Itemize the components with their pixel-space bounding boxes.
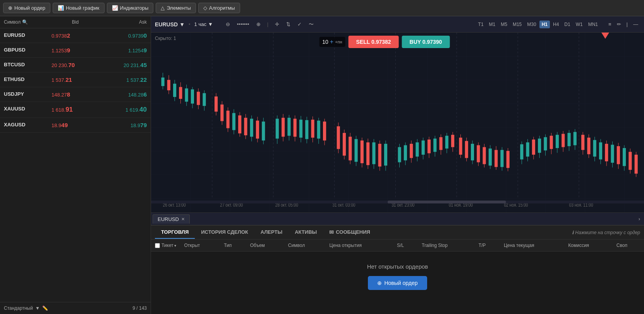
bid-price: 1 618.91 [52, 106, 99, 114]
algorithms-label: Алгоритмы [209, 5, 235, 11]
dots-button[interactable]: ••••••• [235, 21, 251, 28]
tf-w1[interactable]: W1 [574, 21, 585, 28]
buy-button[interactable]: BUY 0.97390 [402, 36, 450, 48]
symbol-name: XAGUSD [4, 122, 52, 128]
zoom-out-button[interactable]: ⊖ [224, 21, 232, 28]
symbol-name: EURUSD [4, 32, 52, 39]
chart-symbol-selector[interactable]: EURUSD ▼ [155, 21, 185, 28]
crosshair-button[interactable]: ✛ [273, 21, 281, 28]
close-tab-icon[interactable]: ✕ [181, 217, 185, 222]
symbol-count: 9 / 143 [132, 305, 147, 311]
algorithms-icon: ◇ [203, 5, 207, 11]
list-item[interactable]: XAGUSD 18.949 18.979 [0, 118, 151, 133]
chart-type-button[interactable]: 〜 [307, 20, 316, 29]
tf-h1[interactable]: H1 [539, 21, 550, 28]
tf-t1[interactable]: T1 [476, 21, 486, 28]
opened-col-header: Открыт [180, 240, 220, 252]
select-all-checkbox[interactable] [155, 243, 160, 248]
zoom-in-button[interactable]: ⊕ [254, 21, 263, 28]
tab-history[interactable]: ИСТОРИЯ СДЕЛОК [195, 226, 254, 239]
svg-rect-88 [422, 140, 425, 155]
chart-toolbar: EURUSD ▼ • 1 час ▼ ⊖ ••••••• ⊕ | ✛ ⇅ ✓ 〜 [151, 16, 644, 33]
svg-rect-120 [526, 142, 529, 157]
ask-price: 1.12549 [99, 47, 147, 53]
svg-rect-148 [611, 145, 614, 162]
chart-canvas[interactable]: Скрыто: 1 10 + +пн SELL 0.97382 BUY [151, 33, 644, 212]
svg-rect-82 [404, 145, 407, 160]
svg-rect-12 [167, 80, 170, 90]
svg-rect-122 [532, 140, 535, 155]
list-item[interactable]: EURUSD 0.97382 0.97390 [0, 28, 151, 43]
tab-messages[interactable]: ✉ СООБЩЕНИЯ [323, 226, 376, 239]
drawing-tools: ≡ ✏ | — [606, 21, 640, 28]
preset-name: Стандартный [4, 305, 33, 311]
candlestick-chart: 26 окт. 13:00 27 окт. 09:00 28 окт. 05:0… [151, 33, 644, 212]
svg-rect-36 [244, 118, 247, 135]
chart-timeframe-selector[interactable]: 1 час ▼ [194, 21, 213, 27]
elements-icon: △ [161, 5, 165, 11]
new-order-empty-button[interactable]: ⊕ Новый ордер [368, 276, 427, 290]
tab-trading[interactable]: ТОРГОВЛЯ [155, 226, 195, 239]
new-order-button[interactable]: ⊕ Новый ордер [3, 3, 50, 13]
search-icon[interactable]: 🔍 [22, 19, 28, 25]
tf-h4[interactable]: H4 [551, 21, 561, 28]
timeframe-dropdown-icon: ▼ [208, 21, 213, 27]
bid-price: 20 230.70 [52, 62, 99, 68]
lines-tool-button[interactable]: ≡ [606, 21, 613, 28]
checkbox-col-header[interactable]: Тикет [151, 240, 180, 252]
svg-rect-30 [227, 110, 230, 128]
new-order-plus-icon: ⊕ [377, 280, 382, 286]
ticket-header[interactable]: Тикет [161, 243, 176, 248]
tf-m30[interactable]: M30 [525, 21, 538, 28]
tick-button[interactable]: ✓ [295, 21, 304, 28]
edit-preset-icon[interactable]: ✏️ [42, 305, 48, 311]
svg-rect-124 [538, 139, 541, 153]
info-icon: ℹ [572, 230, 574, 235]
tf-d1[interactable]: D1 [562, 21, 572, 28]
tf-m5[interactable]: M5 [498, 21, 510, 28]
volume-col-header: Объем [246, 240, 284, 252]
symbol-name: GBPUSD [4, 47, 52, 53]
tf-m1[interactable]: M1 [487, 21, 498, 28]
svg-rect-98 [451, 135, 454, 147]
symbol-name: XAUUSD [4, 106, 52, 114]
sl-col-header: S/L [393, 240, 418, 252]
sell-button[interactable]: SELL 0.97382 [349, 36, 399, 48]
elements-button[interactable]: △ Элементы [156, 3, 196, 13]
table-hint: ℹ Нажмите на строчку с ордер [572, 230, 640, 235]
list-item[interactable]: ETHUSD 1 537.21 1 537.22 [0, 72, 151, 87]
vertical-line-button[interactable]: | [625, 21, 630, 28]
svg-rect-48 [287, 118, 290, 136]
svg-rect-44 [276, 119, 279, 138]
tab-expand-button[interactable]: › [636, 216, 642, 222]
svg-rect-146 [605, 144, 608, 161]
list-item[interactable]: GBPUSD 1.12539 1.12549 [0, 43, 151, 58]
svg-rect-90 [428, 140, 431, 153]
tab-assets[interactable]: АКТИВЫ [289, 226, 323, 239]
tf-mn1[interactable]: MN1 [586, 21, 600, 28]
svg-rect-22 [197, 92, 200, 105]
tf-m15[interactable]: M15 [510, 21, 524, 28]
main-layout: Символ 🔍 Bid Ask EURUSD 0.97382 0.97390 … [0, 16, 644, 314]
svg-rect-34 [238, 116, 241, 133]
pencil-tool-button[interactable]: ✏ [615, 21, 623, 28]
preset-selector[interactable]: Стандартный ▼ ✏️ [4, 305, 48, 311]
list-item[interactable]: XAUUSD 1 618.91 1 619.40 [0, 102, 151, 118]
chart-tab-eurusd[interactable]: EURUSD ✕ [153, 214, 190, 224]
list-item[interactable]: BTCUSD 20 230.70 20 231.45 [0, 58, 151, 72]
chart-icon: 📊 [58, 5, 64, 11]
minus-button[interactable]: — [631, 21, 640, 28]
ask-price: 1 537.22 [99, 76, 147, 83]
plus-lot-icon[interactable]: + [330, 38, 333, 45]
tab-alerts[interactable]: АЛЕРТЫ [254, 226, 289, 239]
elements-label: Элементы [167, 5, 191, 11]
indicators-button[interactable]: 📈 Индикаторы [107, 3, 154, 13]
depth-button[interactable]: ⇅ [284, 21, 292, 28]
new-chart-button[interactable]: 📊 Новый график [53, 3, 105, 13]
svg-rect-106 [477, 145, 480, 162]
algorithms-button[interactable]: ◇ Алгоритмы [198, 3, 240, 13]
hint-text: Нажмите на строчку с ордер [575, 230, 640, 235]
list-item[interactable]: USDJPY 148.278 148.286 [0, 87, 151, 102]
new-chart-label: Новый график [66, 5, 100, 11]
svg-rect-32 [232, 113, 235, 130]
